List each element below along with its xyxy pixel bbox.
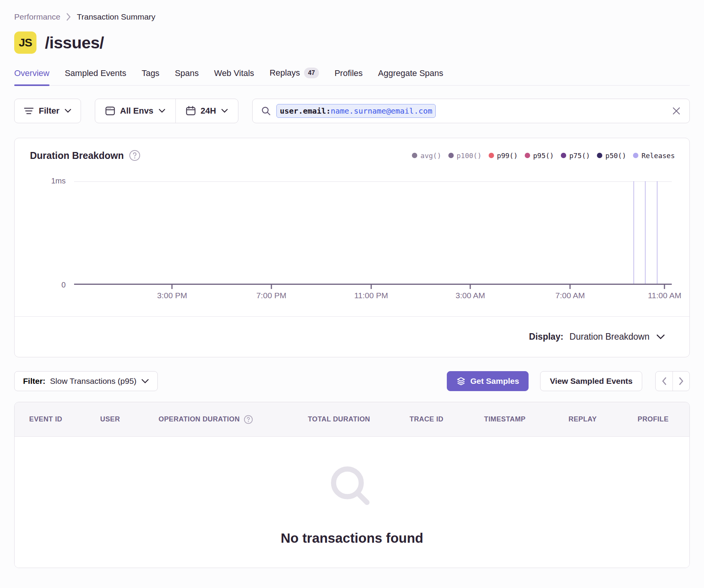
release-marker-line[interactable]: [645, 181, 646, 285]
transaction-filter-dropdown[interactable]: Filter: Slow Transactions (p95): [14, 371, 158, 391]
y-axis-min-label: 0: [61, 281, 74, 289]
tab-sampled-events[interactable]: Sampled Events: [65, 68, 126, 85]
x-axis-label: 3:00 AM: [456, 291, 485, 300]
chevron-down-icon: [221, 109, 228, 113]
search-token-key: user.email:: [280, 106, 331, 116]
pagination: [655, 371, 690, 391]
get-samples-label: Get Samples: [470, 377, 519, 386]
breadcrumb: Performance Transaction Summary: [14, 12, 690, 21]
tab-replays[interactable]: Replays 47: [269, 68, 319, 85]
layers-icon: [456, 377, 466, 386]
x-axis-label: 3:00 PM: [157, 291, 187, 300]
chart-header: Duration Breakdown avg() p100() p99() p9…: [15, 138, 689, 161]
table-header-row: EVENT ID USER OPERATION DURATION TOTAL D…: [15, 402, 689, 437]
tab-spans[interactable]: Spans: [175, 68, 198, 85]
chart-legend: avg() p100() p99() p95() p75() p50() Rel…: [412, 152, 675, 160]
calendar-icon: [186, 106, 196, 116]
search-filter-token[interactable]: user.email: name.surname@email.com: [276, 104, 436, 118]
chart-plot-area[interactable]: 1ms 0: [74, 181, 672, 285]
filter-button[interactable]: Filter: [14, 99, 81, 123]
duration-breakdown-panel: Duration Breakdown avg() p100() p99() p9…: [14, 138, 690, 357]
search-empty-icon: [323, 460, 381, 517]
env-date-button-group: All Envs 24H: [95, 99, 238, 123]
legend-item-p50[interactable]: p50(): [597, 152, 626, 160]
legend-item-avg[interactable]: avg(): [412, 152, 441, 160]
breadcrumb-chevron-icon: [66, 13, 71, 21]
chevron-down-icon[interactable]: [656, 334, 665, 340]
empty-state-message: No transactions found: [281, 530, 423, 546]
tab-overview[interactable]: Overview: [14, 68, 50, 85]
tab-web-vitals[interactable]: Web Vitals: [214, 68, 254, 85]
release-marker-line[interactable]: [633, 181, 634, 285]
transaction-summary-page: Performance Transaction Summary JS /issu…: [0, 12, 704, 568]
previous-page-button[interactable]: [656, 372, 673, 391]
y-axis-max-label: 1ms: [51, 177, 74, 185]
filter-controls-row: Filter All Envs 24H: [14, 99, 690, 123]
legend-dot: [448, 153, 454, 158]
help-circle-icon[interactable]: [129, 150, 140, 161]
filter-lines-icon: [24, 107, 34, 115]
gridline-1ms: [74, 181, 672, 182]
legend-dot: [597, 153, 602, 158]
environment-selector-label: All Envs: [120, 106, 154, 116]
chart-title: Duration Breakdown: [30, 150, 124, 161]
x-axis-label: 11:00 PM: [354, 291, 388, 300]
tab-tags[interactable]: Tags: [142, 68, 159, 85]
column-header-event-id[interactable]: EVENT ID: [29, 415, 100, 423]
chevron-down-icon: [64, 109, 71, 113]
transaction-filter-prefix: Filter:: [23, 377, 45, 386]
search-token-value: name.surname@email.com: [331, 106, 432, 116]
search-clear-icon[interactable]: [672, 106, 681, 116]
transactions-table: EVENT ID USER OPERATION DURATION TOTAL D…: [14, 402, 690, 568]
filter-button-label: Filter: [39, 106, 59, 116]
view-sampled-events-label: View Sampled Events: [550, 377, 633, 386]
tab-aggregate-spans[interactable]: Aggregate Spans: [378, 68, 443, 85]
column-header-trace-id[interactable]: TRACE ID: [410, 415, 484, 423]
window-icon: [105, 106, 115, 116]
x-axis-label: 11:00 AM: [648, 291, 681, 300]
get-samples-button[interactable]: Get Samples: [447, 371, 529, 391]
chevron-down-icon: [159, 109, 165, 113]
column-header-operation-duration[interactable]: OPERATION DURATION: [159, 415, 308, 424]
display-label: Display:: [529, 332, 563, 342]
title-row: JS /issues/: [14, 31, 690, 54]
legend-dot: [412, 153, 417, 158]
legend-item-p75[interactable]: p75(): [561, 152, 590, 160]
tab-profiles[interactable]: Profiles: [334, 68, 362, 85]
legend-item-p95[interactable]: p95(): [525, 152, 554, 160]
column-header-timestamp[interactable]: TIMESTAMP: [484, 415, 568, 423]
legend-item-p99[interactable]: p99(): [489, 152, 518, 160]
column-header-user[interactable]: USER: [100, 415, 159, 423]
display-selector[interactable]: Duration Breakdown: [570, 332, 649, 342]
legend-item-releases[interactable]: Releases: [633, 152, 675, 160]
legend-dot: [489, 153, 494, 158]
chevron-down-icon: [141, 379, 149, 384]
breadcrumb-transaction-summary: Transaction Summary: [77, 12, 155, 21]
platform-js-badge: JS: [14, 31, 36, 54]
help-circle-icon[interactable]: [244, 415, 253, 424]
x-axis-label: 7:00 PM: [256, 291, 286, 300]
search-input[interactable]: user.email: name.surname@email.com: [252, 99, 690, 123]
column-header-profile[interactable]: PROFILE: [638, 415, 689, 423]
page-title: /issues/: [45, 33, 104, 52]
date-range-selector[interactable]: 24H: [176, 99, 238, 123]
view-sampled-events-button[interactable]: View Sampled Events: [540, 371, 642, 391]
legend-item-p100[interactable]: p100(): [448, 152, 482, 160]
transaction-filter-value: Slow Transactions (p95): [50, 377, 136, 386]
release-marker-line[interactable]: [657, 181, 658, 285]
search-icon: [261, 106, 271, 116]
legend-dot: [633, 153, 638, 158]
empty-state: No transactions found: [15, 437, 689, 568]
column-header-total-duration[interactable]: TOTAL DURATION: [308, 415, 410, 423]
x-axis-labels: 3:00 PM 7:00 PM 11:00 PM 3:00 AM 7:00 AM…: [74, 285, 672, 307]
legend-dot: [561, 153, 566, 158]
samples-toolbar: Filter: Slow Transactions (p95) Get Samp…: [14, 371, 690, 391]
x-axis-label: 7:00 AM: [555, 291, 585, 300]
environment-selector[interactable]: All Envs: [95, 99, 175, 123]
date-range-label: 24H: [201, 106, 216, 116]
column-header-replay[interactable]: REPLAY: [568, 415, 638, 423]
tab-bar: Overview Sampled Events Tags Spans Web V…: [14, 68, 690, 86]
replays-count-badge: 47: [304, 68, 319, 78]
breadcrumb-performance[interactable]: Performance: [14, 12, 60, 21]
next-page-button[interactable]: [673, 372, 689, 391]
